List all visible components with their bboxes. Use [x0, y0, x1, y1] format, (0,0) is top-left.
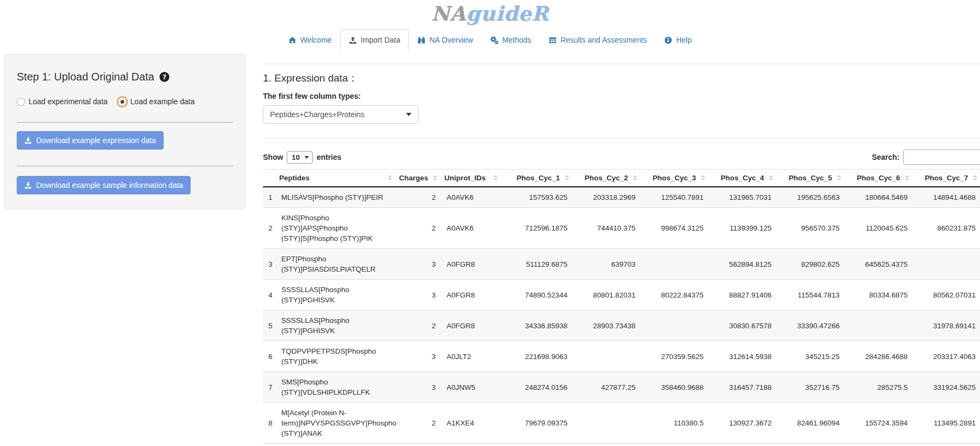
col-header-label: Phos_Cyc_2: [585, 174, 628, 182]
cell-rownum: 1: [263, 187, 276, 208]
col-header-charges[interactable]: Charges: [396, 170, 441, 187]
col-header-phos_cyc_6[interactable]: Phos_Cyc_6: [845, 170, 913, 187]
question-circle-icon[interactable]: ?: [159, 72, 170, 82]
col-header-label: Phos_Cyc_1: [517, 174, 560, 182]
cell-charge: 2: [396, 187, 441, 208]
col-header-label: Phos_Cyc_4: [721, 174, 764, 182]
expression-data-table: PeptidesChargesUniprot_IDsPhos_Cyc_1Phos…: [263, 169, 980, 444]
cell-phos-cyc-4: 316457.7188: [709, 372, 777, 403]
radio-button[interactable]: [17, 98, 25, 106]
cell-rownum: 3: [263, 249, 276, 280]
col-header-phos_cyc_5[interactable]: Phos_Cyc_5: [777, 170, 845, 187]
table-row: 3EPT[Phospho (STY)]PSIASDISLPIATQELR3A0F…: [263, 249, 980, 280]
tab-welcome[interactable]: Welcome: [280, 29, 340, 50]
table-header-row: PeptidesChargesUniprot_IDsPhos_Cyc_1Phos…: [263, 170, 980, 187]
sort-icon: [701, 175, 705, 181]
col-header-phos_cyc_3[interactable]: Phos_Cyc_3: [641, 170, 709, 187]
tab-import-data[interactable]: Import Data: [340, 29, 409, 50]
cell-phos-cyc-7: 860231.875: [913, 208, 980, 249]
cell-phos-cyc-5: 352716.75: [777, 372, 845, 403]
col-header-phos_cyc_7[interactable]: Phos_Cyc_7: [913, 170, 980, 187]
cell-phos-cyc-6: 155724.3594: [845, 403, 913, 444]
cell-phos-cyc-4: 130927.3672: [709, 403, 777, 444]
cell-phos-cyc-7: 113495.2891: [913, 403, 980, 444]
cell-phos-cyc-6: 645625.4375: [845, 249, 913, 280]
tab-help[interactable]: Help: [655, 29, 700, 50]
svg-text:?: ?: [162, 73, 166, 81]
cell-uniprot: A0AVK6: [441, 208, 502, 249]
cell-phos-cyc-2: 203318.2969: [573, 187, 641, 208]
page-length-value: 10: [292, 153, 300, 161]
radio-load-experimental-data[interactable]: Load experimental data: [17, 97, 107, 106]
cell-phos-cyc-1: 34336.85938: [502, 310, 573, 341]
page-length-select[interactable]: 10: [287, 151, 313, 164]
cell-rownum: 4: [263, 280, 276, 310]
cell-phos-cyc-1: 74890.52344: [502, 280, 573, 310]
table-row: 4SSSSLLAS[Phospho (STY)]PGHISVK3A0FGR874…: [263, 280, 980, 310]
sort-icon: [494, 175, 498, 181]
table-row: 5SSSSLLAS[Phospho (STY)]PGHISVK2A0FGR834…: [263, 310, 980, 341]
cell-phos-cyc-6: 80334.6875: [845, 280, 913, 310]
cell-phos-cyc-4: 131965.7031: [709, 187, 777, 208]
binoculars-icon: [417, 36, 425, 44]
col-header-phos_cyc_2[interactable]: Phos_Cyc_2: [573, 170, 641, 187]
tab-label: Help: [676, 36, 692, 44]
cell-phos-cyc-4: 312614.5938: [709, 341, 777, 372]
cell-phos-cyc-2: 744410.375: [573, 208, 641, 249]
col-header-label: Phos_Cyc_3: [653, 174, 696, 182]
info-icon: [664, 36, 672, 44]
tab-methods[interactable]: Methods: [482, 29, 540, 50]
app-logo: NAguideR: [0, 1, 980, 26]
radio-load-example-data[interactable]: Load example data: [118, 97, 194, 106]
cell-uniprot: A0FGR8: [441, 280, 502, 310]
col-header-phos_cyc_4[interactable]: Phos_Cyc_4: [709, 170, 777, 187]
column-types-select[interactable]: Peptides+Charges+Proteins: [263, 105, 418, 124]
download-expression-data-button[interactable]: Download example expression data: [17, 131, 164, 150]
col-header-peptides[interactable]: Peptides: [276, 170, 396, 187]
tab-label: Results and Assessments: [560, 36, 647, 44]
page-length-control: Show 10 entries: [263, 151, 341, 164]
cell-phos-cyc-6: 1120045.625: [845, 208, 913, 249]
cell-phos-cyc-1: 221698.9063: [502, 341, 573, 372]
cell-phos-cyc-2: 28903.73438: [573, 310, 641, 341]
cell-uniprot: A0AVK6: [441, 187, 502, 208]
tab-na-overview[interactable]: NA Overview: [409, 29, 482, 50]
panel-title-text: Step 1: Upload Original Data: [17, 71, 154, 83]
cell-charge: 3: [396, 280, 441, 310]
cell-phos-cyc-4: 1139399.125: [709, 208, 777, 249]
search-input[interactable]: [903, 150, 980, 165]
cell-phos-cyc-7: 148941.4688: [913, 187, 980, 208]
cell-rownum: 8: [263, 403, 276, 444]
tab-label: Import Data: [361, 36, 400, 44]
table-row: 7SMS[Phospho (STY)]VDLSHIPLKDPLLFK3A0JNW…: [263, 372, 980, 403]
cell-phos-cyc-1: 157593.625: [502, 187, 573, 208]
cell-phos-cyc-6: 180664.5469: [845, 187, 913, 208]
cell-phos-cyc-3: 270359.5625: [641, 341, 709, 372]
sort-icon: [565, 175, 569, 181]
cell-peptide: KINS[Phospho (STY)]APS[Phospho (STY)]S[P…: [276, 208, 396, 249]
upload-panel: Step 1: Upload Original Data ? Load expe…: [4, 54, 245, 210]
cell-charge: 3: [396, 341, 441, 372]
table-controls: Show 10 entries Search:: [263, 150, 980, 165]
sort-icon: [837, 175, 841, 181]
download-sample-info-button[interactable]: Download example sample information data: [17, 176, 191, 194]
cell-charge: 3: [396, 372, 441, 403]
main-nav: WelcomeImport DataNA OverviewMethodsResu…: [0, 29, 980, 50]
cell-phos-cyc-3: 998674.3125: [641, 208, 709, 249]
cell-charge: 2: [396, 403, 441, 444]
divider: [263, 64, 980, 64]
radio-label: Load experimental data: [29, 97, 107, 106]
divider: [263, 138, 980, 139]
expression-data-heading: 1. Expression data：: [263, 71, 980, 85]
col-header-uniprot_ids[interactable]: Uniprot_IDs: [441, 170, 502, 187]
naguider-app: NAguideR WelcomeImport DataNA OverviewMe…: [0, 0, 980, 446]
logo-part-na: NA: [431, 2, 467, 25]
cell-peptide: M[Acetyl (Protein N-term)]NPVYSPGSSGVPY[…: [276, 403, 396, 444]
radio-button[interactable]: [118, 98, 126, 106]
download-expression-data-label: Download example expression data: [36, 136, 156, 145]
tab-label: NA Overview: [429, 36, 473, 44]
cell-phos-cyc-2: 639703: [573, 249, 641, 280]
cell-phos-cyc-1: 248274.0156: [502, 372, 573, 403]
tab-results-and-assessments[interactable]: Results and Assessments: [540, 29, 655, 50]
col-header-phos_cyc_1[interactable]: Phos_Cyc_1: [502, 170, 573, 187]
